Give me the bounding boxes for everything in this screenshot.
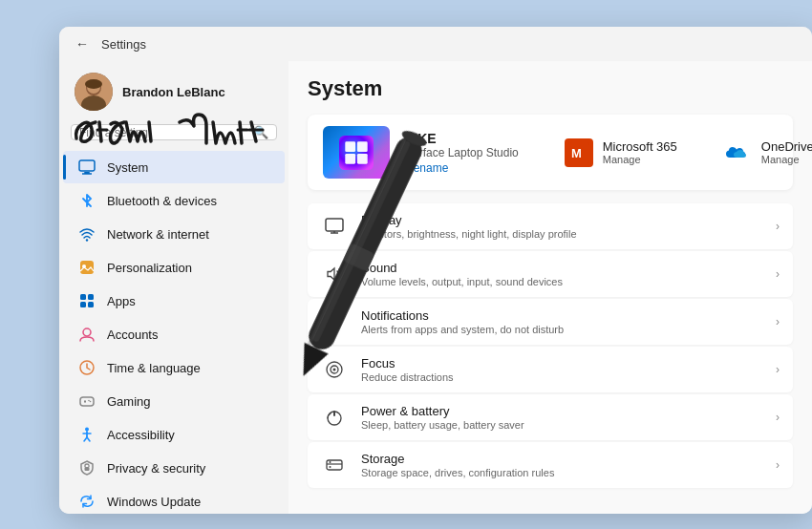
device-name: PIKE (405, 131, 519, 146)
sidebar-label-system: System (107, 160, 148, 175)
privacy-icon (78, 459, 96, 476)
sidebar-label-apps: Apps (107, 294, 136, 308)
time-icon (78, 359, 96, 376)
device-card: PIKE Surface Laptop Studio Rename M Micr… (308, 115, 793, 190)
ms365-card[interactable]: M Microsoft 365 Manage (565, 138, 677, 167)
svg-point-44 (330, 461, 331, 463)
accounts-icon (78, 326, 96, 343)
update-icon (78, 493, 96, 510)
settings-item-sound[interactable]: Sound Volume levels, output, input, soun… (308, 251, 793, 297)
sidebar-item-personalization[interactable]: Personalization (63, 251, 285, 284)
sidebar-label-personalization: Personalization (107, 261, 192, 275)
settings-item-display[interactable]: Display Monitors, brightness, night ligh… (308, 203, 793, 249)
sidebar-item-network[interactable]: Network & internet (63, 218, 285, 250)
power-label: Power & battery (361, 404, 762, 418)
bluetooth-icon (78, 192, 96, 209)
onedrive-sub: Manage (761, 154, 812, 165)
svg-rect-12 (88, 294, 94, 300)
storage-desc: Storage space, drives, configuration rul… (361, 467, 762, 478)
chevron-icon-notifications: › (776, 315, 780, 328)
chevron-icon-storage: › (776, 458, 780, 472)
settings-item-storage[interactable]: Storage Storage space, drives, configura… (308, 442, 793, 488)
sidebar-item-system[interactable]: System (63, 151, 285, 183)
svg-point-21 (90, 401, 92, 403)
sidebar-label-update: Windows Update (107, 495, 201, 509)
sidebar-item-privacy[interactable]: Privacy & security (63, 452, 285, 484)
sound-icon (321, 261, 348, 287)
display-icon (321, 213, 348, 240)
settings-info-power: Power & battery Sleep, battery usage, ba… (361, 404, 762, 431)
network-icon (78, 225, 96, 243)
sound-desc: Volume levels, output, input, sound devi… (361, 276, 762, 287)
notifications-desc: Alerts from apps and system, do not dist… (361, 324, 762, 335)
sidebar-item-apps[interactable]: Apps (63, 285, 285, 317)
window-title: Settings (101, 37, 146, 52)
chevron-icon-power: › (776, 411, 780, 424)
sidebar-label-gaming: Gaming (107, 394, 151, 409)
focus-icon (321, 356, 348, 383)
focus-label: Focus (361, 356, 762, 370)
display-label: Display (361, 213, 762, 227)
settings-item-power[interactable]: Power & battery Sleep, battery usage, ba… (308, 394, 793, 440)
svg-point-20 (88, 400, 90, 402)
settings-list: Display Monitors, brightness, night ligh… (308, 203, 793, 488)
settings-window: ← Settings Brandon LeBlanc (59, 27, 812, 514)
settings-item-focus[interactable]: Focus Reduce distractions › (308, 347, 793, 392)
search-input[interactable] (79, 126, 247, 139)
svg-rect-14 (88, 302, 94, 307)
svg-rect-17 (80, 397, 94, 406)
power-icon (321, 404, 348, 431)
user-profile: Brandon LeBlanc (59, 61, 288, 118)
notifications-icon (321, 308, 348, 335)
svg-point-4 (85, 79, 102, 89)
system-icon (78, 159, 96, 176)
apps-icon (78, 292, 96, 309)
svg-rect-5 (79, 160, 95, 171)
device-model: Surface Laptop Studio (405, 146, 519, 159)
settings-item-notifications[interactable]: Notifications Alerts from apps and syste… (308, 299, 793, 345)
search-icon: 🔍 (253, 125, 268, 139)
svg-rect-9 (80, 261, 94, 274)
ms365-info: Microsoft 365 Manage (603, 139, 677, 165)
sidebar-item-gaming[interactable]: Gaming (63, 385, 285, 417)
svg-rect-28 (357, 153, 368, 163)
settings-info-sound: Sound Volume levels, output, input, soun… (361, 261, 762, 287)
device-info: PIKE Surface Laptop Studio Rename (405, 131, 519, 175)
sidebar-item-accessibility[interactable]: Accessibility (63, 418, 285, 451)
sidebar: Brandon LeBlanc 🔍 (59, 61, 288, 514)
svg-rect-13 (80, 302, 86, 307)
back-button[interactable]: ← (71, 32, 94, 55)
svg-rect-25 (345, 141, 355, 152)
ms365-icon: M (565, 138, 593, 167)
user-name: Brandon LeBlanc (122, 85, 225, 99)
svg-rect-27 (345, 153, 355, 163)
gaming-icon (78, 392, 96, 410)
onedrive-info: OneDrive Manage (761, 139, 812, 165)
svg-rect-42 (327, 460, 342, 470)
svg-point-40 (333, 369, 336, 371)
window-body: Brandon LeBlanc 🔍 (59, 61, 812, 514)
svg-point-8 (86, 239, 88, 241)
power-desc: Sleep, battery usage, battery saver (361, 419, 762, 431)
accessibility-icon (78, 426, 96, 443)
sidebar-item-update[interactable]: Windows Update (63, 485, 285, 514)
chevron-icon: › (776, 220, 780, 233)
device-image (323, 126, 390, 179)
sidebar-label-network: Network & internet (107, 227, 209, 242)
device-rename-link[interactable]: Rename (405, 161, 519, 175)
search-box[interactable]: 🔍 (71, 124, 277, 140)
svg-rect-35 (326, 219, 343, 231)
personalization-icon (78, 259, 96, 276)
settings-info-focus: Focus Reduce distractions (361, 356, 762, 383)
svg-point-22 (85, 428, 89, 432)
storage-label: Storage (361, 452, 762, 466)
chevron-icon-focus: › (776, 363, 780, 376)
notifications-label: Notifications (361, 308, 762, 323)
onedrive-card[interactable]: OneDrive Manage (723, 138, 812, 167)
sidebar-item-time[interactable]: Time & language (63, 351, 285, 384)
titlebar: ← Settings (59, 27, 812, 61)
svg-point-45 (330, 466, 331, 468)
sidebar-item-bluetooth[interactable]: Bluetooth & devices (63, 184, 285, 217)
sidebar-label-time: Time & language (107, 361, 201, 375)
sidebar-item-accounts[interactable]: Accounts (63, 318, 285, 350)
